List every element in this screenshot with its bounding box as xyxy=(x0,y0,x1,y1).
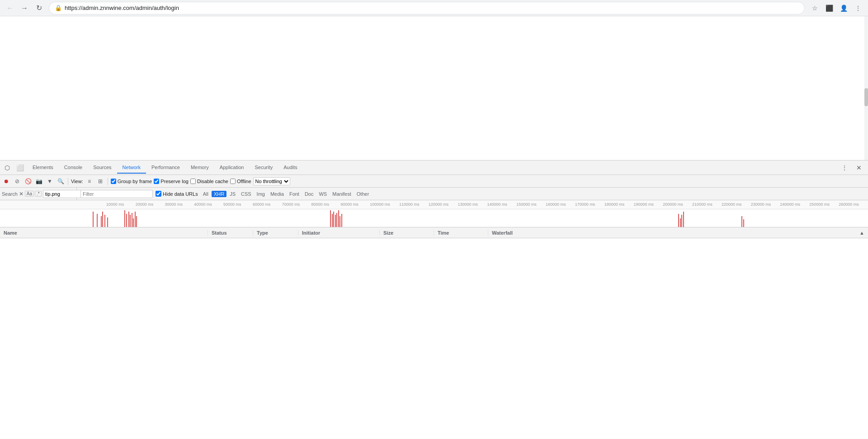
filter-types: All XHR JS CSS Img Media Font Doc WS Man… xyxy=(201,191,372,197)
filter-type-media[interactable]: Media xyxy=(268,191,286,197)
clear-button[interactable]: 🚫 xyxy=(24,177,33,186)
tab-application[interactable]: Application xyxy=(214,162,250,174)
ruler-tick: 240000 ms xyxy=(780,202,801,207)
timeline-bar xyxy=(93,212,94,227)
table-area: Name Status Type Initiator Size Time Wat… xyxy=(0,227,868,439)
scrollbar-thumb xyxy=(864,88,868,106)
timeline-bar xyxy=(330,210,331,227)
toolbar-sep-1 xyxy=(68,178,68,185)
regex-button[interactable]: .* xyxy=(35,191,42,197)
devtools-tabs: ⬡ ⬜ Elements Console Sources Network Per… xyxy=(0,160,868,175)
waterfall-sort-icon: ▲ xyxy=(859,230,864,236)
tab-memory[interactable]: Memory xyxy=(185,162,214,174)
disable-cache-checkbox[interactable] xyxy=(190,179,196,184)
ruler-tick: 110000 ms xyxy=(399,202,420,207)
ruler-tick: 150000 ms xyxy=(516,202,537,207)
right-scrollbar[interactable] xyxy=(864,16,868,160)
case-sensitive-button[interactable]: Aa xyxy=(25,191,34,197)
disable-cache-text: Disable cache xyxy=(197,179,228,184)
address-bar: 🔒 xyxy=(49,2,805,14)
table-header: Name Status Type Initiator Size Time Wat… xyxy=(0,227,868,238)
screenshot-button[interactable]: ⬛ xyxy=(823,2,835,14)
devtools-close-button[interactable]: ✕ xyxy=(854,162,864,173)
view-label: View: xyxy=(71,179,83,184)
timeline-area: 10000 ms20000 ms30000 ms40000 ms50000 ms… xyxy=(0,200,868,227)
th-status[interactable]: Status xyxy=(208,230,253,236)
group-by-frame-checkbox[interactable] xyxy=(111,179,116,184)
th-waterfall[interactable]: Waterfall ▲ xyxy=(488,230,868,236)
ruler-tick: 20000 ms xyxy=(136,202,154,207)
record-button[interactable]: ⏺ xyxy=(2,177,11,186)
select-element-button[interactable]: ⬡ xyxy=(2,162,13,173)
filter-type-manifest[interactable]: Manifest xyxy=(330,191,354,197)
tab-sources[interactable]: Sources xyxy=(88,162,117,174)
view-list-button[interactable]: ≡ xyxy=(85,177,94,186)
th-name[interactable]: Name xyxy=(0,230,208,236)
filter-type-img[interactable]: Img xyxy=(255,191,267,197)
filter-type-doc[interactable]: Doc xyxy=(302,191,316,197)
tab-security[interactable]: Security xyxy=(249,162,278,174)
group-by-frame-text: Group by frame xyxy=(118,179,152,184)
ruler-tick: 260000 ms xyxy=(839,202,859,207)
throttle-select[interactable]: No throttling Fast 3G Slow 3G Offline Cu… xyxy=(253,177,290,185)
search-button[interactable]: 🔍 xyxy=(56,177,65,186)
th-initiator[interactable]: Initiator xyxy=(298,230,380,236)
th-size[interactable]: Size xyxy=(380,230,434,236)
filter-type-all[interactable]: All xyxy=(201,191,211,197)
reload-button[interactable]: ↻ xyxy=(33,2,45,14)
timeline-bar xyxy=(683,212,684,227)
search-options: Aa .* xyxy=(25,191,42,197)
account-button[interactable]: 👤 xyxy=(837,2,850,14)
timeline-bar xyxy=(335,215,336,227)
filter-type-ws[interactable]: WS xyxy=(316,191,329,197)
bookmark-button[interactable]: ☆ xyxy=(808,2,821,14)
chrome-menu-button[interactable]: ⋮ xyxy=(852,2,864,14)
forward-button[interactable]: → xyxy=(18,2,31,14)
tab-network[interactable]: Network xyxy=(117,162,146,174)
browser-chrome: ← → ↻ 🔒 ☆ ⬛ 👤 ⋮ xyxy=(0,0,868,16)
search-panel: Search ✕ Aa .* ↺ ↻ xyxy=(0,188,77,200)
tab-performance[interactable]: Performance xyxy=(146,162,185,174)
tab-audits[interactable]: Audits xyxy=(278,162,303,174)
tab-console[interactable]: Console xyxy=(59,162,88,174)
ruler-tick: 230000 ms xyxy=(751,202,771,207)
timeline-bar xyxy=(678,214,679,227)
ruler-tick: 210000 ms xyxy=(692,202,712,207)
stop-recording-button[interactable]: ⊘ xyxy=(13,177,22,186)
ruler-tick: 40000 ms xyxy=(194,202,212,207)
search-filter-row: Search ✕ Aa .* ↺ ↻ Hide data URLs All XH… xyxy=(0,188,868,200)
hide-data-urls-label: Hide data URLs xyxy=(156,191,198,197)
hide-data-urls-checkbox[interactable] xyxy=(156,191,161,197)
url-input[interactable] xyxy=(65,5,799,11)
toolbar-sep-2 xyxy=(108,178,108,185)
device-toggle-button[interactable]: ⬜ xyxy=(14,162,25,173)
timeline-bar xyxy=(128,212,129,227)
filter-type-css[interactable]: CSS xyxy=(239,191,254,197)
filter-button[interactable]: ▼ xyxy=(45,177,54,186)
preserve-log-checkbox[interactable] xyxy=(154,179,159,184)
timeline-bar xyxy=(104,215,105,227)
filter-input[interactable] xyxy=(80,190,153,198)
tab-elements[interactable]: Elements xyxy=(27,162,59,174)
view-group-button[interactable]: ⊞ xyxy=(96,177,105,186)
camera-button[interactable]: 📷 xyxy=(34,177,43,186)
timeline-bar xyxy=(333,212,334,227)
back-button[interactable]: ← xyxy=(4,2,16,14)
offline-checkbox[interactable] xyxy=(230,179,236,184)
filter-type-other[interactable]: Other xyxy=(354,191,372,197)
ruler-tick: 220000 ms xyxy=(722,202,742,207)
filter-type-js[interactable]: JS xyxy=(227,191,238,197)
timeline-bar xyxy=(135,212,136,227)
th-time[interactable]: Time xyxy=(434,230,488,236)
table-body xyxy=(0,238,868,439)
th-type[interactable]: Type xyxy=(253,230,298,236)
devtools-settings-button[interactable]: ⋮ xyxy=(839,162,850,173)
filter-type-font[interactable]: Font xyxy=(287,191,302,197)
timeline-bar xyxy=(130,215,131,227)
search-close-button[interactable]: ✕ xyxy=(19,190,24,198)
ruler-tick: 170000 ms xyxy=(575,202,595,207)
ruler-tick: 140000 ms xyxy=(487,202,507,207)
filter-type-xhr[interactable]: XHR xyxy=(212,191,226,197)
ruler-tick: 200000 ms xyxy=(663,202,683,207)
ruler-tick: 10000 ms xyxy=(106,202,124,207)
